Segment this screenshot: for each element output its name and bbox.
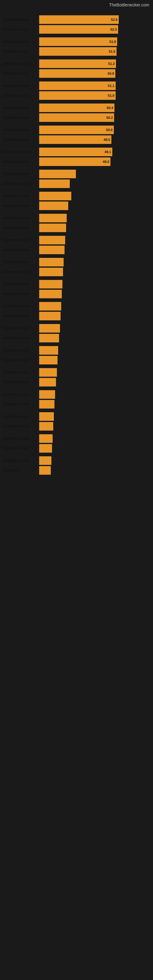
bar: 50.4 — [39, 103, 115, 112]
bar-wrapper — [39, 268, 151, 276]
bar-wrapper: 51.1 — [39, 81, 151, 90]
bar — [39, 312, 61, 320]
bar-row: Bottleneck result — [0, 400, 153, 409]
bar-label: Bottleneck result — [2, 458, 39, 463]
bar — [39, 302, 61, 310]
bar-label: Bottleneck result — [2, 106, 39, 110]
bar-wrapper: 50.2 — [39, 113, 151, 122]
bar-wrapper: 48.5 — [39, 135, 151, 144]
bar-value: 50.9 — [108, 72, 114, 75]
bar-wrapper: 49.1 — [39, 148, 151, 156]
bar — [39, 224, 66, 232]
bar-wrapper — [39, 434, 151, 443]
bar-value: 49.1 — [105, 150, 111, 154]
bar-row: Bottleneck result50.9 — [0, 69, 153, 78]
bar-wrapper — [39, 346, 151, 355]
bar-row: Bottleneck result52.6 — [0, 15, 153, 24]
bar-row: Bottleneck result — [0, 378, 153, 387]
bar-wrapper — [39, 214, 151, 222]
bar-label: Bottleneck result — [2, 204, 39, 208]
bar-row: Bottleneck result — [0, 192, 153, 200]
bar — [39, 412, 54, 421]
bar: 51.5 — [39, 47, 116, 56]
bar-wrapper — [39, 170, 151, 178]
bar: 51.2 — [39, 59, 116, 68]
bar-wrapper: 52.3 — [39, 25, 151, 34]
bar-row: Bottleneck result — [0, 290, 153, 298]
bar: 49.1 — [39, 148, 112, 156]
bar-label: Bottleneck r — [2, 468, 39, 473]
bar — [39, 456, 51, 465]
bar-label: Bottleneck result — [2, 137, 39, 142]
bar-row: Bottleneck result49.1 — [0, 148, 153, 156]
bar-row: Bottleneck result — [0, 202, 153, 210]
bar-wrapper — [39, 224, 151, 232]
bar-row: Bottleneck result51.2 — [0, 59, 153, 68]
bar-wrapper — [39, 456, 151, 465]
bar-row: Bottleneck result — [0, 422, 153, 431]
bar-row: Bottleneck r — [0, 466, 153, 475]
bar-row: Bottleneck result — [0, 224, 153, 232]
bar: 50.9 — [39, 69, 115, 78]
bar-row: Bottleneck result — [0, 246, 153, 254]
bar-row: Bottleneck result48.5 — [0, 135, 153, 144]
bar-value: 50.0 — [106, 128, 113, 132]
bar-row: Bottleneck result — [0, 302, 153, 310]
bar-row: Bottleneck result — [0, 390, 153, 399]
bar-label: Bottleneck result — [2, 392, 39, 396]
bar: 52.3 — [39, 25, 118, 34]
bar-wrapper — [39, 412, 151, 421]
bar-row: Bottleneck result — [0, 412, 153, 421]
bar-wrapper — [39, 390, 151, 399]
bar: 52.6 — [39, 15, 119, 24]
bar-label: Bottleneck result — [2, 94, 39, 98]
bar-row: Bottleneck result48.0 — [0, 158, 153, 166]
bar-label: Bottleneck result — [2, 62, 39, 66]
bar — [39, 378, 56, 387]
bar-label: Bottleneck result — [2, 27, 39, 32]
bar-label: Bottleneck result — [2, 128, 39, 132]
bar: 48.0 — [39, 158, 110, 166]
bar-row: Bottleneck result — [0, 280, 153, 288]
bar-label: Bottleneck result — [2, 115, 39, 120]
chart-container: Bottleneck result52.6Bottleneck result52… — [0, 10, 153, 482]
bar-label: Bottleneck result — [2, 172, 39, 176]
bar-wrapper — [39, 180, 151, 188]
bar-row: Bottleneck result51.5 — [0, 47, 153, 56]
bar-wrapper: 50.4 — [39, 103, 151, 112]
bar — [39, 466, 51, 475]
bar-wrapper: 52.6 — [39, 15, 151, 24]
bar-label: Bottleneck result — [2, 270, 39, 274]
bar: 51.8 — [39, 37, 117, 46]
bar — [39, 236, 65, 244]
bar — [39, 324, 60, 332]
bar-value: 48.0 — [103, 160, 109, 164]
bar — [39, 422, 53, 431]
bar — [39, 346, 58, 355]
bar-row: Bottleneck result — [0, 368, 153, 377]
bar-label: Bottleneck result — [2, 326, 39, 331]
bar-wrapper — [39, 290, 151, 298]
bar-label: Bottleneck result — [2, 424, 39, 428]
bar-row: Bottleneck result51.8 — [0, 37, 153, 46]
bar: 50.2 — [39, 113, 114, 122]
bar-value: 52.6 — [111, 18, 118, 21]
bar — [39, 280, 62, 288]
bar-value: 51.5 — [109, 49, 115, 53]
bar-label: Bottleneck result — [2, 226, 39, 230]
bar-wrapper — [39, 356, 151, 364]
bar-wrapper — [39, 202, 151, 210]
bar-row: Bottleneck result — [0, 170, 153, 178]
bar — [39, 170, 76, 178]
bar — [39, 368, 57, 377]
bar-wrapper: 51.0 — [39, 91, 151, 100]
bar-label: Bottleneck result — [2, 446, 39, 450]
bar — [39, 444, 52, 453]
bar-label: Bottleneck result — [2, 292, 39, 296]
bar-row: Bottleneck result50.4 — [0, 103, 153, 112]
bar — [39, 334, 59, 342]
bar-value: 52.3 — [110, 27, 117, 31]
bar-row: Bottleneck result — [0, 434, 153, 443]
bar — [39, 192, 71, 200]
bar-row: Bottleneck result — [0, 456, 153, 465]
